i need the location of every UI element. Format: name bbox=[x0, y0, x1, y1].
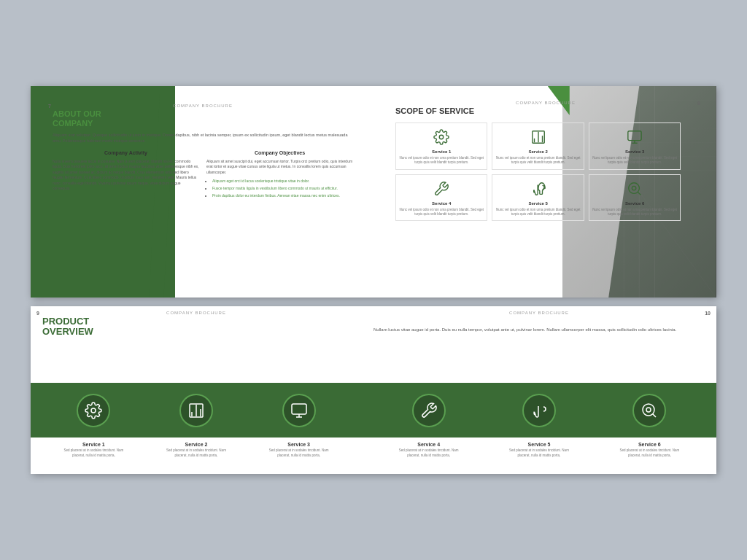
svg-point-26 bbox=[91, 408, 96, 413]
service-label-3: Service 3 Sed placerat at in sodales tin… bbox=[266, 442, 332, 458]
company-activity-title: Company Activity bbox=[53, 150, 199, 155]
service-4-desc: Nunc vel ipsum odio et non uma pretium b… bbox=[398, 208, 484, 217]
right-page-product2: 10 COMPANY BROCHURE Nullam luctus vitae … bbox=[362, 306, 716, 474]
green-icon-bar-left bbox=[31, 383, 362, 438]
service-labels-right: Service 4 Sed placerat at in sodales tin… bbox=[362, 442, 716, 458]
service-1-label-desc: Sed placerat at in sodales tincidunt. Na… bbox=[61, 448, 126, 458]
service-item-3: Service 3 Nunc vel ipsum odio et non uma… bbox=[589, 122, 681, 170]
company-objectives-text: Aliquam sit amet suscipit dui, eget accu… bbox=[206, 159, 353, 176]
service-label-5: Service 5 Sed placerat at in sodales tin… bbox=[506, 442, 572, 458]
scope-title: SCOPE OF SERVICE bbox=[395, 106, 696, 115]
service-6-icon bbox=[624, 179, 645, 199]
product-icon-4 bbox=[412, 394, 446, 427]
svg-point-36 bbox=[646, 408, 651, 412]
two-column-section: Company Activity Nulla viverra posuere l… bbox=[53, 150, 353, 201]
svg-point-15 bbox=[439, 135, 444, 139]
company-objectives-title: Company Objectives bbox=[206, 150, 353, 155]
service-4-name: Service 4 bbox=[398, 201, 484, 206]
svg-point-34 bbox=[643, 404, 654, 416]
service-2-label-desc: Sed placerat at in sodales tincidunt. Na… bbox=[163, 448, 229, 458]
product-icon-6 bbox=[632, 394, 666, 427]
spread-2: 9 COMPANY BROCHURE PRODUCT OVERVIEW Serv… bbox=[31, 306, 716, 474]
right-intro: Nullam luctus vitae augue id porta. Duis… bbox=[374, 327, 705, 333]
service-5-label-desc: Sed placerat at in sodales tincidunt. Na… bbox=[506, 448, 572, 458]
about-title: ABOUT OUR COMPANY bbox=[53, 109, 353, 128]
service-6-name: Service 6 bbox=[592, 201, 678, 206]
svg-rect-20 bbox=[628, 131, 641, 141]
service-5-name: Service 5 bbox=[495, 201, 581, 206]
objectives-bullets: Aliquam eget orci id lacus scelerisque t… bbox=[206, 178, 353, 198]
svg-point-25 bbox=[632, 186, 636, 190]
service-2-name: Service 2 bbox=[495, 149, 581, 154]
page-number-8: 8 bbox=[697, 101, 700, 106]
service-1-name: Service 1 bbox=[398, 149, 484, 154]
svg-rect-31 bbox=[292, 404, 306, 414]
service-item-1: Service 1 Nunc vel ipsum odio et non uma… bbox=[395, 122, 487, 170]
company-activity-text: Nulla viverra posuere lacus in posuere. … bbox=[53, 159, 199, 192]
product-title: PRODUCT OVERVIEW bbox=[42, 316, 350, 338]
service-5-icon bbox=[528, 179, 549, 199]
right-page-scope: 8 COMPANY BROCHURE SCOPE OF SERVICE Serv… bbox=[375, 86, 716, 298]
service-4-label-desc: Sed placerat at in sodales tincidunt. Na… bbox=[396, 448, 462, 458]
services-grid: Service 1 Nunc vel ipsum odio et non uma… bbox=[395, 122, 681, 221]
service-6-label-desc: Sed placerat at in sodales tincidunt. Na… bbox=[616, 448, 682, 458]
service-1-icon bbox=[431, 127, 452, 147]
service-label-1: Service 1 Sed placerat at in sodales tin… bbox=[61, 442, 126, 458]
service-3-label-desc: Sed placerat at in sodales tincidunt. Na… bbox=[266, 448, 332, 458]
service-label-2: Service 2 Sed placerat at in sodales tin… bbox=[163, 442, 229, 458]
page-number-7: 7 bbox=[48, 104, 51, 109]
service-2-desc: Nunc vel ipsum odio et non uma pretium b… bbox=[495, 156, 581, 166]
service-labels-left: Service 1 Sed placerat at in sodales tin… bbox=[31, 442, 362, 458]
bullet-1: Aliquam eget orci id lacus scelerisque t… bbox=[212, 178, 353, 184]
product-icon-1 bbox=[77, 394, 110, 427]
page-number-9: 9 bbox=[36, 311, 39, 316]
page-number-10: 10 bbox=[705, 311, 711, 316]
service-5-desc: Nunc vel ipsum odio et non uma pretium b… bbox=[495, 208, 581, 217]
bullet-2: Fusce tempor mattis ligula in vestibulum… bbox=[212, 185, 353, 191]
svg-line-24 bbox=[638, 192, 640, 195]
company-activity-col: Company Activity Nulla viverra posuere l… bbox=[53, 150, 199, 201]
product-icon-5 bbox=[522, 394, 556, 427]
service-3-icon bbox=[624, 127, 645, 147]
product-icon-3 bbox=[282, 394, 316, 427]
page-label-right-2: COMPANY BROCHURE bbox=[509, 311, 569, 315]
page-label-right-1: COMPANY BROCHURE bbox=[516, 101, 576, 105]
svg-line-35 bbox=[653, 413, 656, 416]
about-intro: Aliquam erat volutpat. Quisque sollicitu… bbox=[53, 133, 353, 144]
service-3-name: Service 3 bbox=[592, 149, 678, 154]
page-label-left-1: COMPANY BROCHURE bbox=[173, 104, 233, 108]
page-label-left-2: COMPANY BROCHURE bbox=[166, 311, 226, 315]
service-label-6: Service 6 Sed placerat at in sodales tin… bbox=[616, 442, 682, 458]
service-6-desc: Nunc vel ipsum odio et non uma pretium b… bbox=[592, 208, 678, 217]
service-item-2: Service 2 Nunc vel ipsum odio et non uma… bbox=[492, 122, 584, 170]
product-icon-2 bbox=[179, 394, 213, 427]
spread-1: 7 COMPANY BROCHURE ABOUT OUR COMPANY Ali… bbox=[31, 86, 716, 298]
green-icon-bar-right bbox=[362, 383, 716, 438]
service-4-icon bbox=[431, 179, 452, 199]
service-item-6: Service 6 Nunc vel ipsum odio et non uma… bbox=[589, 174, 681, 222]
bullet-3: Proin dapibus dolor eu interdum finibus.… bbox=[212, 192, 353, 198]
svg-point-23 bbox=[629, 182, 640, 193]
left-page-product: 9 COMPANY BROCHURE PRODUCT OVERVIEW Serv… bbox=[31, 306, 362, 474]
service-1-desc: Nunc vel ipsum odio et non uma pretium b… bbox=[398, 156, 484, 166]
service-label-4: Service 4 Sed placerat at in sodales tin… bbox=[396, 442, 462, 458]
service-3-desc: Nunc vel ipsum odio et non uma pretium b… bbox=[592, 156, 678, 166]
service-2-icon bbox=[528, 127, 549, 147]
service-item-4: Service 4 Nunc vel ipsum odio et non uma… bbox=[395, 174, 487, 222]
service-item-5: Service 5 Nunc vel ipsum odio et non uma… bbox=[492, 174, 584, 222]
company-objectives-col: Company Objectives Aliquam sit amet susc… bbox=[206, 150, 353, 201]
left-page-about: 7 COMPANY BROCHURE ABOUT OUR COMPANY Ali… bbox=[31, 86, 375, 298]
